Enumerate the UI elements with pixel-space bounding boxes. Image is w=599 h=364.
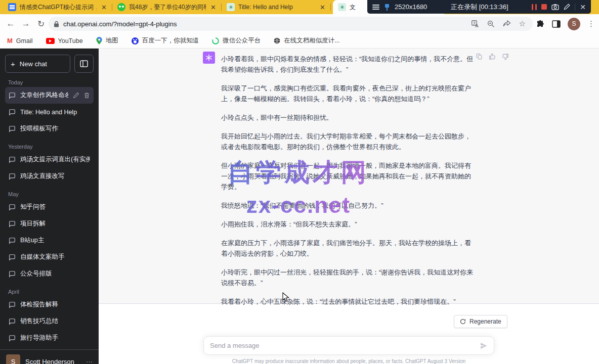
tab-close-icon[interactable]: ✕ <box>209 4 217 11</box>
new-chat-button[interactable]: + New chat <box>5 55 70 73</box>
mouse-cursor <box>282 292 290 302</box>
forward-icon[interactable]: → <box>18 19 33 29</box>
tab-close-icon[interactable]: ✕ <box>100 4 108 11</box>
svg-text:文: 文 <box>473 21 476 25</box>
url-text: chat.openai.com/?model=gpt-4-plugins <box>63 20 472 28</box>
paragraph: 我开始回忆起与小雨的过去。我们大学时期非常相爱，每个周末都会一起去公园散步，或者… <box>221 131 475 152</box>
reload-icon[interactable]: ↻ <box>33 19 49 29</box>
bookmark-doc-similarity[interactable]: 在线文档相似度计... <box>274 36 339 45</box>
sidebar-item-chat[interactable]: 文章创作风格命名：风 <box>5 87 94 104</box>
regenerate-button[interactable]: Regenerate <box>454 315 507 328</box>
chat-bubble-icon <box>9 254 16 261</box>
browser-toolbar: ← → ↻ chat.openai.com/?model=gpt-4-plugi… <box>0 14 599 33</box>
back-icon[interactable]: ← <box>3 19 18 29</box>
tab-3[interactable]: ✳ Title: Hello and Help ✕ <box>222 0 330 14</box>
chat-bubble-icon <box>9 318 16 325</box>
sidebar-item-chat[interactable]: B站up主 <box>5 232 94 249</box>
chat-bubble-icon <box>9 109 16 116</box>
maps-pin-icon <box>96 37 102 44</box>
bookmark-baidu[interactable]: 百度一下，你就知道 <box>132 36 199 45</box>
paragraph: 在家庭的压力下，小雨选择了家庭，我们痛苦地分手。那天，我站在学校的操场上，看着小… <box>221 238 475 259</box>
user-menu-icon: ⋯ <box>86 358 93 364</box>
sidebar-item-chat[interactable]: 项目拆解 <box>5 215 94 232</box>
close-icon[interactable]: ✕ <box>580 4 586 11</box>
paragraph: 但小雨的家庭一直反对我们在一起。因为我家境一般，而她家是本地的富商。我记得有一次… <box>221 160 475 192</box>
chat-bubble-icon <box>9 156 16 163</box>
user-avatar: S <box>6 354 20 364</box>
wechat-icon <box>117 3 125 11</box>
chatgpt-avatar-icon <box>203 52 215 64</box>
zoom-out-icon[interactable] <box>487 20 495 28</box>
plus-icon: + <box>11 60 15 68</box>
thumbs-down-icon[interactable] <box>502 53 509 60</box>
sidebar-item-chat[interactable]: 体检报告解释 <box>5 296 94 313</box>
sidebar-item-chat[interactable]: Title: Hello and Help <box>5 104 94 120</box>
sidebar-item-chat[interactable]: 鸡汤文直接改写 <box>5 168 94 185</box>
user-name: Scott Henderson <box>25 358 81 364</box>
paragraph: 小玲听完，眼中闪过一丝泪光，轻轻握住我的手，说：“谢谢你告诉我，我知道这对你来说… <box>221 267 475 288</box>
sidebar-item-chat[interactable]: 自媒体文案助手 <box>5 249 94 265</box>
message-input[interactable] <box>210 342 480 349</box>
chat-bubble-icon <box>9 204 16 211</box>
stop-icon[interactable] <box>541 4 547 10</box>
edit-icon[interactable] <box>73 92 79 99</box>
gmail-icon: M <box>7 37 13 44</box>
chatgpt-sidebar: + New chat Today 文章创作风格命名：风 Title: Hello… <box>0 49 99 364</box>
copy-icon[interactable] <box>476 53 483 60</box>
bookmark-gmail[interactable]: M Gmail <box>7 37 33 44</box>
wechat-mp-icon <box>212 37 219 44</box>
collapse-sidebar-button[interactable] <box>74 55 94 73</box>
paragraph: 我深吸了一口气，感觉胸口有些沉重。我看向窗外，夜色已深，街上的灯光映照在窗户上，… <box>221 83 475 104</box>
bookmark-maps[interactable]: 地图 <box>96 36 118 45</box>
chatgpt-icon: ✳ <box>227 3 235 11</box>
pencil-icon[interactable] <box>564 4 570 10</box>
paragraph: 小玲看着我，眼中闪烁着复杂的情感，轻轻说：“我知道你们之间的事情，我不介意。但我… <box>221 54 475 75</box>
section-label-may: May <box>5 189 94 199</box>
user-menu[interactable]: S Scott Henderson ⋯ <box>0 349 99 364</box>
recording-status: 正在录制 [00:13:36] <box>451 3 508 12</box>
bookmark-star-icon[interactable]: ☆ <box>519 19 526 28</box>
sidebar-item-chat[interactable]: 销售技巧总结 <box>5 313 94 330</box>
tab-title: Title: Hello and Help <box>238 4 315 11</box>
sidebar-item-chat[interactable]: 鸡汤文提示词直出(有实例) <box>5 151 94 168</box>
sidebar-item-chat[interactable]: 知乎问答 <box>5 199 94 215</box>
extensions-icon[interactable] <box>536 20 545 28</box>
address-bar[interactable]: chat.openai.com/?model=gpt-4-plugins 文 ☆ <box>49 17 533 31</box>
section-label-today: Today <box>5 77 94 87</box>
regenerate-icon <box>460 318 466 325</box>
menu-icon[interactable] <box>372 5 379 10</box>
bookmark-wechat-mp[interactable]: 微信公众平台 <box>212 36 261 45</box>
camera-icon[interactable] <box>551 4 559 10</box>
chat-bubble-icon <box>9 335 16 342</box>
browser-menu-icon[interactable]: ⋮ <box>587 19 595 28</box>
translate-icon[interactable]: 文 <box>472 20 479 28</box>
footer-disclaimer: ChatGPT may produce inaccurate informati… <box>153 358 545 364</box>
tab-title: 我48岁，娶了单位40岁的同事， <box>129 3 206 12</box>
lock-icon <box>54 21 59 27</box>
sidebar-item-chat[interactable]: 公众号排版 <box>5 265 94 282</box>
pin-icon[interactable] <box>384 4 390 11</box>
profile-avatar[interactable]: S <box>568 18 580 30</box>
bookmarks-bar: M Gmail YouTube 地图 百度一下，你就知道 微信公众平台 在线文档… <box>0 33 599 49</box>
sidebar-item-chat[interactable]: 旅行导游助手 <box>5 330 94 346</box>
delete-icon[interactable] <box>83 92 90 99</box>
bookmark-youtube[interactable]: YouTube <box>46 37 83 44</box>
sidebar-item-chat[interactable]: 投喂模板写作 <box>5 120 94 137</box>
tab-1[interactable]: 情感类ChatGPT核心提示词，快 ✕ <box>3 0 112 14</box>
side-panel-icon[interactable] <box>552 20 561 28</box>
baidu-icon <box>132 37 139 44</box>
paragraph: 我愤怒地说：“我们不需要他的钱，我们可以自己努力。” <box>221 200 475 211</box>
chat-main: 小玲看着我，眼中闪烁着复杂的情感，轻轻说：“我知道你们之间的事情，我不介意。但我… <box>99 49 599 364</box>
assistant-message: 小玲看着我，眼中闪烁着复杂的情感，轻轻说：“我知道你们之间的事情，我不介意。但我… <box>99 49 599 304</box>
share-icon[interactable] <box>503 20 511 27</box>
youtube-icon <box>46 38 55 44</box>
thumbs-up-icon[interactable] <box>489 53 496 60</box>
recording-resolution: 2520x1680 <box>395 3 427 11</box>
tab-2[interactable]: 我48岁，娶了单位40岁的同事， ✕ <box>112 0 221 14</box>
tab-title: 情感类ChatGPT核心提示词，快 <box>20 3 97 12</box>
pause-icon[interactable] <box>532 4 537 10</box>
assistant-message-text: 小玲看着我，眼中闪烁着复杂的情感，轻轻说：“我知道你们之间的事情，我不介意。但我… <box>221 54 475 315</box>
send-icon[interactable] <box>480 342 488 350</box>
chat-bubble-icon <box>9 92 16 99</box>
tab-close-icon[interactable]: ✕ <box>319 4 326 11</box>
